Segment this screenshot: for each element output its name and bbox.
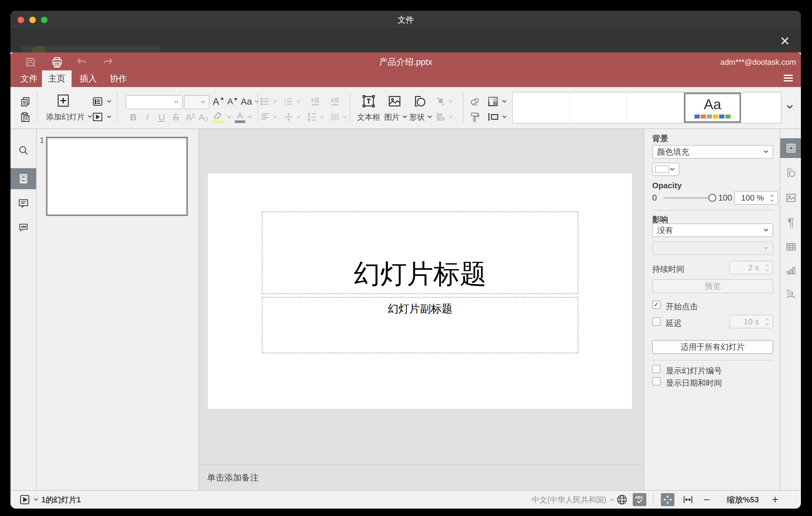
paste-icon[interactable] bbox=[19, 111, 32, 124]
font-size-combo[interactable] bbox=[184, 95, 209, 109]
numbered-list-button[interactable] bbox=[283, 95, 302, 108]
theme-gallery-expand-button[interactable] bbox=[783, 92, 796, 122]
vertical-align-button[interactable] bbox=[283, 111, 302, 123]
comments-icon[interactable] bbox=[10, 193, 36, 214]
columns-button[interactable] bbox=[329, 111, 348, 123]
textart-settings-icon[interactable]: Ta bbox=[780, 284, 801, 304]
menu-icon[interactable] bbox=[784, 75, 793, 82]
delay-checkbox[interactable] bbox=[652, 317, 661, 325]
chat-icon[interactable] bbox=[10, 217, 36, 238]
print-icon[interactable] bbox=[51, 56, 63, 68]
add-slide-icon[interactable] bbox=[57, 94, 69, 107]
increase-indent-button[interactable] bbox=[328, 95, 342, 108]
show-date-time-checkbox[interactable] bbox=[652, 377, 661, 385]
zoom-in-button[interactable]: + bbox=[772, 491, 778, 509]
slide-size-button[interactable] bbox=[486, 111, 509, 123]
zoom-out-button[interactable]: − bbox=[703, 491, 710, 509]
subscript-button[interactable]: A₂ bbox=[196, 111, 210, 123]
theme-tile[interactable] bbox=[627, 93, 684, 123]
fill-color-swatch bbox=[655, 165, 669, 173]
theme-tile[interactable] bbox=[570, 93, 627, 123]
redo-icon[interactable] bbox=[102, 56, 114, 68]
clear-style-icon[interactable] bbox=[467, 95, 483, 108]
align-shape-button[interactable] bbox=[434, 111, 455, 123]
font-color-button[interactable]: A bbox=[233, 111, 255, 123]
slide-thumbnail[interactable] bbox=[46, 137, 188, 216]
underline-button[interactable]: U bbox=[155, 111, 168, 123]
language-selector[interactable]: 中文(中华人民共和国) bbox=[532, 491, 615, 509]
title-placeholder[interactable]: 幻灯片标题 bbox=[262, 211, 578, 294]
slide-settings-icon[interactable] bbox=[780, 138, 801, 158]
slide-fill-button[interactable] bbox=[486, 95, 509, 108]
background-fill-select[interactable]: 颜色填充 bbox=[652, 145, 773, 159]
copy-style-icon[interactable] bbox=[467, 111, 483, 123]
fit-width-button[interactable] bbox=[682, 491, 694, 509]
tab-collaboration[interactable]: 协作 bbox=[106, 70, 132, 87]
shape-icon[interactable] bbox=[410, 94, 429, 109]
show-slide-number-checkbox[interactable] bbox=[652, 365, 661, 373]
zoom-level[interactable]: 缩放%53 bbox=[727, 491, 759, 509]
theme-tile-selected[interactable]: Aa bbox=[684, 93, 741, 123]
add-slide-button[interactable]: 添加幻灯片 bbox=[42, 111, 97, 122]
dialog-backdrop: ✕ bbox=[10, 29, 801, 53]
decrease-font-button[interactable]: A bbox=[226, 95, 239, 108]
table-settings-icon[interactable] bbox=[780, 237, 801, 257]
transition-effect-select[interactable]: 没有 bbox=[652, 224, 773, 237]
preview-button[interactable]: 预览 bbox=[652, 279, 773, 293]
close-icon[interactable]: ✕ bbox=[777, 33, 793, 49]
background-label: 背景 bbox=[652, 133, 668, 144]
effect-variant-select[interactable] bbox=[652, 241, 773, 255]
chart-settings-icon[interactable] bbox=[780, 261, 801, 281]
slides-panel-icon[interactable] bbox=[10, 168, 36, 189]
theme-tile[interactable] bbox=[741, 93, 781, 123]
font-color-swatch bbox=[235, 120, 245, 123]
notes-area[interactable]: 单击添加备注 bbox=[199, 464, 643, 491]
start-slideshow-button[interactable] bbox=[92, 111, 112, 123]
subtitle-placeholder[interactable]: 幻灯片副标题 bbox=[262, 297, 578, 353]
save-icon[interactable] bbox=[25, 56, 37, 68]
horizontal-align-button[interactable] bbox=[260, 111, 278, 123]
image-button[interactable]: 图片 bbox=[384, 112, 408, 122]
slide-editor[interactable]: 幻灯片标题 幻灯片副标题 bbox=[208, 173, 632, 409]
textbox-icon[interactable] bbox=[357, 94, 380, 109]
image-settings-icon[interactable] bbox=[780, 188, 801, 208]
line-spacing-button[interactable] bbox=[307, 111, 325, 123]
tab-file[interactable]: 文件 bbox=[16, 70, 42, 87]
decrease-indent-button[interactable] bbox=[309, 95, 322, 108]
tab-home[interactable]: 主页 bbox=[42, 70, 71, 87]
strikethrough-button[interactable]: S bbox=[170, 111, 182, 123]
start-slideshow-status-button[interactable] bbox=[19, 491, 39, 509]
font-name-combo[interactable] bbox=[125, 95, 183, 109]
increase-font-button[interactable]: A bbox=[212, 95, 225, 108]
undo-icon[interactable] bbox=[76, 56, 88, 68]
textbox-button[interactable]: 文本框 bbox=[354, 112, 383, 122]
duration-input[interactable]: 2 s bbox=[729, 261, 773, 274]
superscript-button[interactable]: A² bbox=[183, 111, 198, 123]
opacity-slider-track[interactable] bbox=[663, 197, 713, 199]
copy-icon[interactable] bbox=[19, 95, 32, 109]
theme-tile[interactable] bbox=[513, 93, 570, 123]
shape-settings-icon[interactable] bbox=[780, 163, 801, 183]
arrange-shape-button[interactable] bbox=[434, 95, 455, 108]
italic-button[interactable]: I bbox=[141, 111, 154, 123]
search-icon[interactable] bbox=[10, 140, 36, 161]
change-layout-button[interactable] bbox=[92, 95, 112, 108]
opacity-slider-thumb[interactable] bbox=[708, 194, 716, 202]
fit-slide-toggle[interactable] bbox=[661, 493, 674, 506]
svg-text:Ta: Ta bbox=[786, 289, 793, 297]
image-label: 图片 bbox=[384, 112, 400, 122]
delay-input[interactable]: 10 s bbox=[729, 315, 773, 328]
bullet-list-button[interactable] bbox=[260, 95, 278, 108]
set-language-icon[interactable] bbox=[616, 491, 628, 509]
paragraph-settings-icon[interactable]: ¶ bbox=[780, 212, 801, 232]
apply-to-all-button[interactable]: 适用于所有幻灯片 bbox=[652, 340, 773, 354]
shape-button[interactable]: 形状 bbox=[408, 112, 434, 122]
opacity-input[interactable]: 100 % bbox=[734, 191, 778, 205]
start-on-click-checkbox[interactable]: ✓ bbox=[652, 300, 661, 309]
spellcheck-toggle[interactable]: ABC bbox=[633, 493, 646, 506]
tab-insert[interactable]: 插入 bbox=[75, 70, 101, 87]
image-icon[interactable] bbox=[385, 94, 404, 109]
bold-button[interactable]: B bbox=[127, 111, 140, 123]
highlight-color-button[interactable] bbox=[212, 111, 233, 123]
fill-color-picker[interactable] bbox=[652, 163, 679, 176]
